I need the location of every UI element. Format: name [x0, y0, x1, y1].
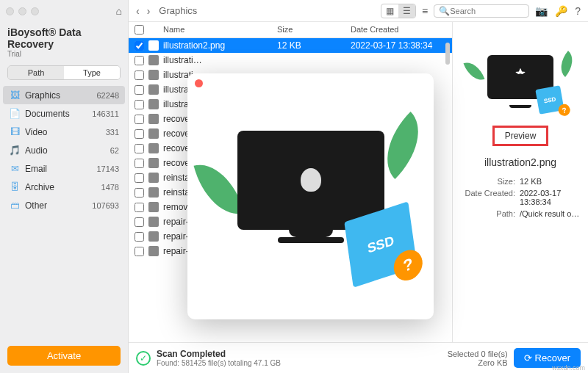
search-icon: 🔍: [439, 6, 450, 16]
sidebar-item-audio[interactable]: 🎵Audio62: [3, 141, 125, 159]
row-checkbox[interactable]: [135, 100, 144, 109]
detail-table: Size:12 KBDate Created:2022-03-17 13:38:…: [460, 175, 581, 220]
category-label: Video: [25, 127, 47, 137]
monitor-stand: [289, 230, 333, 237]
selected-size: Zero KB: [448, 358, 508, 367]
category-count: 1478: [101, 183, 119, 192]
toolbar: ‹ › Graphics ▦ ☰ ≡ 🔍 📷 🔑 ?: [129, 0, 588, 22]
help-icon[interactable]: ?: [573, 5, 582, 17]
brand: iBoysoft® Data Recovery Trial: [0, 22, 128, 59]
category-count: 146311: [92, 109, 119, 118]
row-checkbox[interactable]: [135, 247, 144, 256]
row-checkbox[interactable]: [135, 159, 144, 168]
titlebar: ⌂: [0, 0, 128, 22]
file-name: illustrati…: [163, 55, 277, 65]
sidebar-item-graphics[interactable]: 🖼Graphics62248: [3, 86, 125, 104]
detail-row: Date Created:2022-03-17 13:38:34: [460, 187, 581, 208]
nav-forward-icon[interactable]: ›: [146, 5, 152, 17]
popup-close-icon[interactable]: [195, 79, 203, 87]
row-checkbox[interactable]: [135, 232, 144, 242]
leaf-icon: [554, 51, 580, 77]
file-icon: [148, 99, 159, 109]
close-icon[interactable]: [6, 7, 14, 15]
select-all-checkbox[interactable]: [135, 25, 144, 35]
row-checkbox[interactable]: [135, 70, 144, 80]
app-title: iBoysoft® Data Recovery: [7, 26, 121, 50]
category-icon: 🎞: [9, 126, 21, 137]
file-icon: [148, 84, 159, 95]
category-count: 107693: [92, 201, 119, 210]
col-size[interactable]: Size: [277, 25, 351, 35]
file-icon: [148, 143, 159, 153]
selection-info: Selected 0 file(s) Zero KB: [448, 350, 508, 367]
leaf-icon: [463, 58, 484, 84]
nav-back-icon[interactable]: ‹: [135, 5, 141, 17]
row-checkbox[interactable]: [135, 41, 144, 51]
list-view-icon[interactable]: ☰: [398, 4, 415, 18]
camera-icon[interactable]: 📷: [534, 5, 549, 17]
sidebar-item-other[interactable]: 🗃Other107693: [3, 196, 125, 214]
scan-status: Scan Completed Found: 581425 file(s) tot…: [157, 349, 281, 367]
file-size: 12 KB: [277, 40, 351, 51]
detail-value: 2022-03-17 13:38:34: [520, 189, 581, 206]
file-icon: [148, 158, 159, 168]
sidebar-item-archive[interactable]: 🗄Archive1478: [3, 178, 125, 196]
row-checkbox[interactable]: [135, 56, 144, 65]
col-name[interactable]: Name: [148, 25, 277, 35]
selected-count: Selected 0 file(s): [448, 350, 508, 358]
file-icon: [148, 231, 159, 242]
detail-value: 12 KB: [520, 177, 581, 186]
activate-button[interactable]: Activate: [7, 346, 121, 366]
thumbnail: SSD: [465, 38, 576, 115]
category-label: Graphics: [25, 90, 60, 101]
category-count: 331: [106, 128, 119, 137]
check-icon: ✓: [136, 351, 151, 366]
row-checkbox[interactable]: [135, 144, 144, 153]
detail-pane: SSD Preview illustration2.png Size:12 KB…: [452, 22, 588, 342]
footer: ✓ Scan Completed Found: 581425 file(s) t…: [129, 342, 588, 373]
scrollbar-thumb[interactable]: [445, 43, 450, 65]
minimize-icon[interactable]: [18, 7, 26, 15]
row-checkbox[interactable]: [135, 129, 144, 139]
file-icon: [148, 40, 159, 51]
preview-button[interactable]: Preview: [492, 126, 549, 146]
row-checkbox[interactable]: [135, 217, 144, 227]
sidebar-item-video[interactable]: 🎞Video331: [3, 123, 125, 141]
row-checkbox[interactable]: [135, 188, 144, 198]
file-date: 2022-03-17 13:38:34: [351, 40, 446, 51]
row-checkbox[interactable]: [135, 173, 144, 183]
col-date[interactable]: Date Created: [351, 25, 446, 35]
grid-view-icon[interactable]: ▦: [381, 4, 398, 18]
category-count: 17143: [96, 164, 119, 173]
recover-icon: ⟳: [524, 352, 532, 363]
row-checkbox[interactable]: [135, 85, 144, 95]
seg-type[interactable]: Type: [64, 66, 120, 79]
file-icon: [148, 246, 159, 256]
preview-popup: SSD ?: [187, 73, 434, 319]
scan-status-title: Scan Completed: [157, 349, 281, 359]
file-icon: [148, 202, 159, 212]
detail-key: Path:: [460, 209, 515, 218]
sidebar-item-documents[interactable]: 📄Documents146311: [3, 104, 125, 123]
home-icon[interactable]: ⌂: [116, 5, 122, 17]
category-count: 62248: [96, 91, 119, 100]
zoom-icon[interactable]: [31, 7, 39, 15]
filter-icon[interactable]: ≡: [420, 5, 429, 17]
table-row[interactable]: illustration2.png12 KB2022-03-17 13:38:3…: [129, 38, 452, 53]
detail-filename: illustration2.png: [484, 156, 556, 168]
file-icon: [148, 173, 159, 183]
detail-value: /Quick result o…: [520, 209, 581, 218]
row-checkbox[interactable]: [135, 115, 144, 124]
table-row[interactable]: illustrati…: [129, 53, 452, 68]
file-icon: [148, 55, 159, 65]
seg-path[interactable]: Path: [8, 66, 64, 79]
file-icon: [148, 128, 159, 139]
key-icon[interactable]: 🔑: [553, 5, 569, 17]
monitor-base: [278, 237, 344, 243]
search-input[interactable]: [450, 7, 524, 15]
search-box[interactable]: 🔍: [434, 4, 529, 18]
category-label: Other: [25, 200, 47, 211]
preview-image: SSD ?: [208, 116, 414, 278]
sidebar-item-email[interactable]: ✉Email17143: [3, 159, 125, 178]
row-checkbox[interactable]: [135, 203, 144, 212]
